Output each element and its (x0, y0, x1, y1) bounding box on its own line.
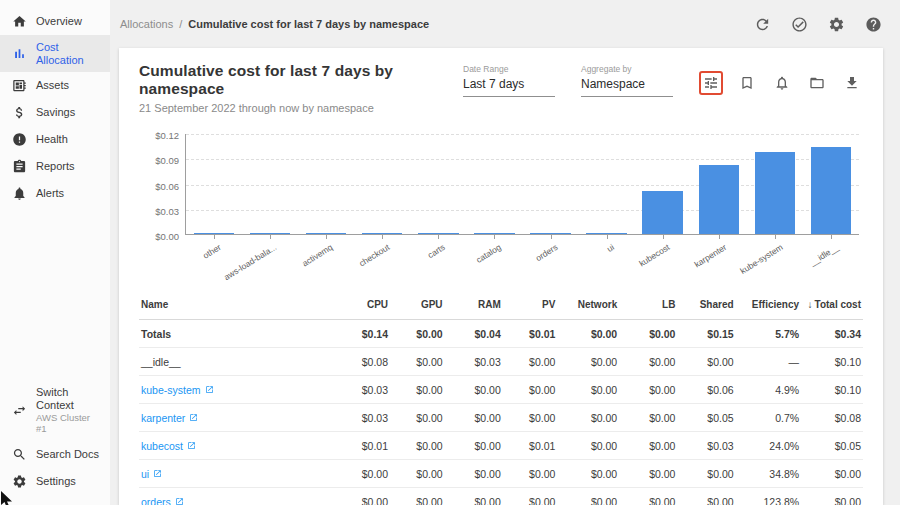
bar-karpenter[interactable] (699, 165, 739, 234)
sidebar-item-cost-allocation[interactable]: Cost Allocation (0, 35, 110, 72)
cell-value: $0.03 (445, 348, 503, 376)
column-header-name[interactable]: Name (139, 290, 335, 320)
help-icon[interactable] (865, 16, 882, 33)
cell-value: $0.00 (619, 460, 677, 488)
y-axis-tick-label: $0.00 (141, 231, 179, 242)
column-header-pv[interactable]: PV (503, 290, 558, 320)
cell-value: $0.00 (503, 488, 558, 505)
cell-value: 34.8% (736, 460, 801, 488)
column-header-gpu[interactable]: GPU (390, 290, 445, 320)
bar-other[interactable] (194, 233, 234, 234)
check-circle-icon[interactable] (791, 16, 808, 33)
main-area: Allocations / Cumulative cost for last 7… (110, 0, 900, 505)
cell-name: kube-system (139, 376, 335, 404)
chart-bar-slot (579, 134, 635, 234)
chart-bar-slot (691, 134, 747, 234)
external-link-icon (175, 497, 184, 505)
cell-value: $0.01 (503, 432, 558, 460)
namespace-link-kubecost[interactable]: kubecost (141, 440, 196, 452)
sidebar-item-assets[interactable]: Assets (0, 72, 110, 99)
y-axis-tick-label: $0.03 (141, 206, 179, 217)
cell-value: $0.00 (801, 488, 863, 505)
bar-kube-system[interactable] (755, 152, 795, 234)
bar-activemq[interactable] (306, 233, 346, 234)
cell-value: 24.0% (736, 432, 801, 460)
chart-bar-slot (803, 134, 859, 234)
bookmark-icon[interactable] (736, 72, 758, 94)
cell-value: — (736, 348, 801, 376)
column-header-lb[interactable]: LB (619, 290, 677, 320)
x-axis-labels: otheraws-load-bala...activemqcheckoutcar… (185, 235, 859, 273)
download-icon[interactable] (841, 72, 863, 94)
x-axis-label-checkout: checkout (357, 242, 391, 269)
bar-aws-load-bala[interactable] (250, 233, 290, 234)
cell-value: $0.10 (801, 376, 863, 404)
cell-value: $0.00 (677, 348, 735, 376)
chart-bar-slot (466, 134, 522, 234)
cell-name: ui (139, 460, 335, 488)
sidebar-bottom-nav: Switch ContextAWS Cluster #1Search DocsS… (0, 380, 110, 495)
search-icon (12, 447, 27, 462)
external-link-icon (189, 413, 198, 422)
sidebar-item-settings[interactable]: Settings (0, 468, 110, 495)
bar-ui[interactable] (586, 233, 626, 234)
sidebar-item-reports[interactable]: Reports (0, 153, 110, 180)
column-header-ram[interactable]: RAM (445, 290, 503, 320)
sidebar-item-switch-context[interactable]: Switch ContextAWS Cluster #1 (0, 380, 110, 441)
bar-idle[interactable] (811, 147, 851, 235)
folder-icon[interactable] (806, 72, 828, 94)
cell-value: $0.00 (503, 348, 558, 376)
cell-value: $0.00 (619, 404, 677, 432)
table-row-orders: orders$0.00$0.00$0.00$0.00$0.00$0.00$0.0… (139, 488, 863, 505)
bar-catalog[interactable] (474, 233, 514, 234)
cell-value: $0.01 (503, 320, 558, 348)
table-row-kube-system: kube-system$0.03$0.00$0.00$0.00$0.00$0.0… (139, 376, 863, 404)
sidebar-item-label: Health (36, 133, 68, 146)
column-header-cpu[interactable]: CPU (335, 290, 390, 320)
cell-value: 123.8% (736, 488, 801, 505)
filter-sliders-icon[interactable] (699, 71, 723, 95)
date-range-select[interactable]: Date Range Last 7 days (463, 64, 555, 97)
cell-value: $0.00 (445, 404, 503, 432)
gear-icon[interactable] (828, 16, 845, 33)
cell-value: $0.34 (801, 320, 863, 348)
sidebar-item-alerts[interactable]: Alerts (0, 180, 110, 207)
breadcrumb-allocations-link[interactable]: Allocations (120, 18, 173, 30)
cell-value: $0.00 (557, 404, 619, 432)
breadcrumb-current-page: Cumulative cost for last 7 days by names… (188, 18, 429, 30)
bar-kubecost[interactable] (642, 191, 682, 234)
namespace-link-kube-system[interactable]: kube-system (141, 384, 214, 396)
sidebar-item-search-docs[interactable]: Search Docs (0, 441, 110, 468)
cell-value: $0.00 (503, 404, 558, 432)
column-header-efficiency[interactable]: Efficiency (736, 290, 801, 320)
cell-value: $0.00 (335, 460, 390, 488)
y-axis-tick-label: $0.12 (141, 130, 179, 141)
sidebar-item-overview[interactable]: Overview (0, 8, 110, 35)
dollar-icon (12, 105, 27, 120)
column-header-total-cost[interactable]: ↓Total cost (801, 290, 863, 320)
home-icon (12, 14, 27, 29)
bar-checkout[interactable] (362, 233, 402, 234)
column-header-shared[interactable]: Shared (677, 290, 735, 320)
cell-value: $0.00 (503, 460, 558, 488)
cell-name: orders (139, 488, 335, 505)
cell-value: $0.00 (445, 376, 503, 404)
sidebar-item-savings[interactable]: Savings (0, 99, 110, 126)
bar-orders[interactable] (530, 233, 570, 234)
sidebar-item-label: Assets (36, 79, 69, 92)
namespace-link-ui[interactable]: ui (141, 468, 162, 480)
sidebar-item-label: Alerts (36, 187, 64, 200)
table-row-karpenter: karpenter$0.03$0.00$0.00$0.00$0.00$0.00$… (139, 404, 863, 432)
bar-chart-icon (12, 46, 27, 61)
bell-icon[interactable] (771, 72, 793, 94)
external-link-icon (205, 385, 214, 394)
namespace-link-karpenter[interactable]: karpenter (141, 412, 198, 424)
refresh-icon[interactable] (754, 16, 771, 33)
column-header-network[interactable]: Network (557, 290, 619, 320)
bar-carts[interactable] (418, 233, 458, 234)
namespace-link-orders[interactable]: orders (141, 496, 184, 505)
cell-value: $0.00 (557, 432, 619, 460)
chart-bar-slot (354, 134, 410, 234)
aggregate-by-select[interactable]: Aggregate by Namespace (581, 64, 673, 97)
sidebar-item-health[interactable]: Health (0, 126, 110, 153)
